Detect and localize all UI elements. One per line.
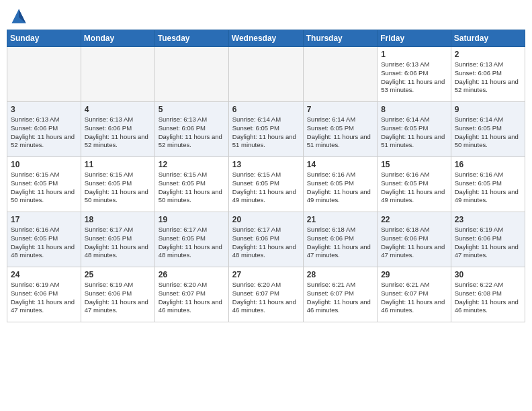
- weekday-header: Wednesday: [228, 30, 303, 47]
- day-info: Sunrise: 6:15 AM Sunset: 6:05 PM Dayligh…: [11, 171, 77, 205]
- calendar-cell: 24Sunrise: 6:19 AM Sunset: 6:06 PM Dayli…: [7, 267, 81, 322]
- day-info: Sunrise: 6:14 AM Sunset: 6:05 PM Dayligh…: [307, 116, 373, 150]
- calendar-cell: 8Sunrise: 6:14 AM Sunset: 6:05 PM Daylig…: [378, 102, 451, 157]
- day-info: Sunrise: 6:13 AM Sunset: 6:06 PM Dayligh…: [455, 60, 521, 95]
- calendar-cell: 14Sunrise: 6:16 AM Sunset: 6:05 PM Dayli…: [303, 157, 377, 212]
- day-number: 6: [232, 105, 300, 114]
- day-number: 2: [455, 50, 521, 59]
- day-info: Sunrise: 6:15 AM Sunset: 6:05 PM Dayligh…: [85, 171, 151, 205]
- calendar-cell: 11Sunrise: 6:15 AM Sunset: 6:05 PM Dayli…: [81, 157, 154, 212]
- calendar-week-row: 10Sunrise: 6:15 AM Sunset: 6:05 PM Dayli…: [7, 157, 525, 212]
- day-number: 7: [307, 105, 373, 114]
- calendar-cell: 7Sunrise: 6:14 AM Sunset: 6:05 PM Daylig…: [303, 102, 377, 157]
- day-number: 4: [85, 105, 151, 114]
- day-number: 29: [381, 270, 447, 279]
- day-number: 26: [159, 270, 225, 279]
- day-info: Sunrise: 6:18 AM Sunset: 6:06 PM Dayligh…: [381, 226, 447, 260]
- calendar-cell: 25Sunrise: 6:19 AM Sunset: 6:06 PM Dayli…: [81, 267, 154, 322]
- day-number: 1: [381, 50, 447, 59]
- calendar-cell: 13Sunrise: 6:15 AM Sunset: 6:05 PM Dayli…: [228, 157, 303, 212]
- day-info: Sunrise: 6:13 AM Sunset: 6:06 PM Dayligh…: [381, 60, 447, 95]
- weekday-header: Thursday: [303, 30, 377, 47]
- page-header: [7, 7, 525, 26]
- day-number: 28: [307, 270, 373, 279]
- day-number: 8: [381, 105, 447, 114]
- day-number: 24: [11, 270, 77, 279]
- day-info: Sunrise: 6:14 AM Sunset: 6:05 PM Dayligh…: [455, 116, 521, 150]
- logo-icon: [9, 7, 28, 26]
- calendar-table: SundayMondayTuesdayWednesdayThursdayFrid…: [7, 30, 525, 322]
- day-number: 19: [159, 215, 225, 224]
- day-number: 16: [455, 160, 521, 169]
- calendar-cell: 4Sunrise: 6:13 AM Sunset: 6:06 PM Daylig…: [81, 102, 154, 157]
- day-info: Sunrise: 6:14 AM Sunset: 6:05 PM Dayligh…: [381, 116, 447, 150]
- calendar-cell: [154, 47, 228, 102]
- day-number: 3: [11, 105, 77, 114]
- day-info: Sunrise: 6:14 AM Sunset: 6:05 PM Dayligh…: [232, 116, 300, 150]
- day-number: 9: [455, 105, 521, 114]
- calendar-cell: 9Sunrise: 6:14 AM Sunset: 6:05 PM Daylig…: [451, 102, 525, 157]
- day-number: 5: [159, 105, 225, 114]
- day-number: 12: [159, 160, 225, 169]
- day-info: Sunrise: 6:16 AM Sunset: 6:05 PM Dayligh…: [307, 171, 373, 205]
- calendar-cell: 28Sunrise: 6:21 AM Sunset: 6:07 PM Dayli…: [303, 267, 377, 322]
- day-number: 23: [455, 215, 521, 224]
- calendar-cell: 21Sunrise: 6:18 AM Sunset: 6:06 PM Dayli…: [303, 212, 377, 267]
- day-number: 18: [85, 215, 151, 224]
- calendar-cell: 19Sunrise: 6:17 AM Sunset: 6:05 PM Dayli…: [154, 212, 228, 267]
- day-info: Sunrise: 6:13 AM Sunset: 6:06 PM Dayligh…: [159, 116, 225, 150]
- day-number: 30: [455, 270, 521, 279]
- day-info: Sunrise: 6:16 AM Sunset: 6:05 PM Dayligh…: [11, 226, 77, 260]
- day-info: Sunrise: 6:20 AM Sunset: 6:07 PM Dayligh…: [159, 281, 225, 315]
- calendar-cell: [81, 47, 154, 102]
- day-number: 11: [85, 160, 151, 169]
- day-info: Sunrise: 6:22 AM Sunset: 6:08 PM Dayligh…: [455, 281, 521, 315]
- calendar-cell: 23Sunrise: 6:19 AM Sunset: 6:06 PM Dayli…: [451, 212, 525, 267]
- calendar-cell: 22Sunrise: 6:18 AM Sunset: 6:06 PM Dayli…: [378, 212, 451, 267]
- day-info: Sunrise: 6:15 AM Sunset: 6:05 PM Dayligh…: [159, 171, 225, 205]
- day-info: Sunrise: 6:21 AM Sunset: 6:07 PM Dayligh…: [381, 281, 447, 315]
- day-info: Sunrise: 6:13 AM Sunset: 6:06 PM Dayligh…: [85, 116, 151, 150]
- day-info: Sunrise: 6:17 AM Sunset: 6:05 PM Dayligh…: [159, 226, 225, 260]
- logo: [9, 7, 31, 26]
- day-info: Sunrise: 6:16 AM Sunset: 6:05 PM Dayligh…: [455, 171, 521, 205]
- calendar-week-row: 1Sunrise: 6:13 AM Sunset: 6:06 PM Daylig…: [7, 47, 525, 102]
- calendar-header-row: SundayMondayTuesdayWednesdayThursdayFrid…: [7, 30, 525, 47]
- day-info: Sunrise: 6:16 AM Sunset: 6:05 PM Dayligh…: [381, 171, 447, 205]
- calendar-cell: 10Sunrise: 6:15 AM Sunset: 6:05 PM Dayli…: [7, 157, 81, 212]
- calendar-cell: 20Sunrise: 6:17 AM Sunset: 6:06 PM Dayli…: [228, 212, 303, 267]
- weekday-header: Sunday: [7, 30, 81, 47]
- day-number: 15: [381, 160, 447, 169]
- calendar-cell: 30Sunrise: 6:22 AM Sunset: 6:08 PM Dayli…: [451, 267, 525, 322]
- calendar-cell: 12Sunrise: 6:15 AM Sunset: 6:05 PM Dayli…: [154, 157, 228, 212]
- calendar-cell: 27Sunrise: 6:20 AM Sunset: 6:07 PM Dayli…: [228, 267, 303, 322]
- weekday-header: Saturday: [451, 30, 525, 47]
- day-number: 14: [307, 160, 373, 169]
- calendar-cell: 29Sunrise: 6:21 AM Sunset: 6:07 PM Dayli…: [378, 267, 451, 322]
- calendar-cell: 17Sunrise: 6:16 AM Sunset: 6:05 PM Dayli…: [7, 212, 81, 267]
- day-number: 13: [232, 160, 300, 169]
- calendar-body: 1Sunrise: 6:13 AM Sunset: 6:06 PM Daylig…: [7, 47, 525, 322]
- calendar-cell: 3Sunrise: 6:13 AM Sunset: 6:06 PM Daylig…: [7, 102, 81, 157]
- calendar-cell: 18Sunrise: 6:17 AM Sunset: 6:05 PM Dayli…: [81, 212, 154, 267]
- calendar-cell: [228, 47, 303, 102]
- calendar-cell: [303, 47, 377, 102]
- day-info: Sunrise: 6:17 AM Sunset: 6:05 PM Dayligh…: [85, 226, 151, 260]
- calendar-cell: 5Sunrise: 6:13 AM Sunset: 6:06 PM Daylig…: [154, 102, 228, 157]
- calendar-cell: 26Sunrise: 6:20 AM Sunset: 6:07 PM Dayli…: [154, 267, 228, 322]
- day-info: Sunrise: 6:19 AM Sunset: 6:06 PM Dayligh…: [85, 281, 151, 315]
- day-info: Sunrise: 6:15 AM Sunset: 6:05 PM Dayligh…: [232, 171, 300, 205]
- day-info: Sunrise: 6:21 AM Sunset: 6:07 PM Dayligh…: [307, 281, 373, 315]
- calendar-cell: 1Sunrise: 6:13 AM Sunset: 6:06 PM Daylig…: [378, 47, 451, 102]
- weekday-header: Tuesday: [154, 30, 228, 47]
- calendar-cell: [7, 47, 81, 102]
- day-number: 10: [11, 160, 77, 169]
- calendar-week-row: 24Sunrise: 6:19 AM Sunset: 6:06 PM Dayli…: [7, 267, 525, 322]
- day-info: Sunrise: 6:19 AM Sunset: 6:06 PM Dayligh…: [11, 281, 77, 315]
- calendar-cell: 6Sunrise: 6:14 AM Sunset: 6:05 PM Daylig…: [228, 102, 303, 157]
- day-info: Sunrise: 6:20 AM Sunset: 6:07 PM Dayligh…: [232, 281, 300, 315]
- weekday-header: Friday: [378, 30, 451, 47]
- day-number: 22: [381, 215, 447, 224]
- calendar-cell: 16Sunrise: 6:16 AM Sunset: 6:05 PM Dayli…: [451, 157, 525, 212]
- day-number: 25: [85, 270, 151, 279]
